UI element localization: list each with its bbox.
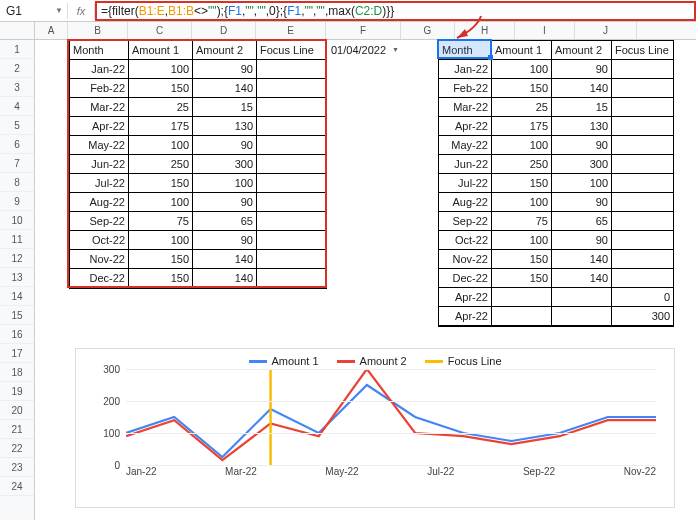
table-cell[interactable]: Apr-22 bbox=[439, 117, 492, 136]
row-header[interactable]: 11 bbox=[0, 230, 34, 249]
table-cell[interactable] bbox=[612, 231, 673, 250]
table-cell[interactable] bbox=[257, 269, 326, 288]
row-header[interactable]: 10 bbox=[0, 211, 34, 230]
table-cell[interactable]: Jul-22 bbox=[439, 174, 492, 193]
table-cell[interactable]: 150 bbox=[492, 79, 552, 98]
table-cell[interactable]: 100 bbox=[129, 60, 193, 79]
table-cell[interactable] bbox=[552, 307, 612, 326]
row-header[interactable]: 8 bbox=[0, 173, 34, 192]
col-header-e[interactable]: E bbox=[256, 22, 326, 39]
table-cell[interactable]: Oct-22 bbox=[70, 231, 129, 250]
table-cell[interactable]: 100 bbox=[492, 60, 552, 79]
table-cell[interactable] bbox=[257, 231, 326, 250]
table-cell[interactable]: Sep-22 bbox=[70, 212, 129, 231]
table-cell[interactable] bbox=[552, 288, 612, 307]
table-cell[interactable]: Mar-22 bbox=[70, 98, 129, 117]
table-cell[interactable]: 75 bbox=[492, 212, 552, 231]
table-cell[interactable]: 90 bbox=[552, 136, 612, 155]
col-header-c[interactable]: C bbox=[128, 22, 192, 39]
row-header[interactable]: 6 bbox=[0, 135, 34, 154]
table-cell[interactable]: Apr-22 bbox=[70, 117, 129, 136]
row-header[interactable]: 9 bbox=[0, 192, 34, 211]
table-cell[interactable]: 130 bbox=[193, 117, 257, 136]
fx-icon[interactable]: fx bbox=[67, 3, 95, 19]
row-header[interactable]: 19 bbox=[0, 382, 34, 401]
table-cell[interactable]: 140 bbox=[552, 250, 612, 269]
table-cell[interactable]: 100 bbox=[129, 136, 193, 155]
row-header[interactable]: 17 bbox=[0, 344, 34, 363]
row-header[interactable]: 20 bbox=[0, 401, 34, 420]
table-cell[interactable]: 75 bbox=[129, 212, 193, 231]
table-cell[interactable]: 130 bbox=[552, 117, 612, 136]
table-cell[interactable]: 250 bbox=[492, 155, 552, 174]
table-cell[interactable] bbox=[257, 136, 326, 155]
select-all-corner[interactable] bbox=[0, 22, 35, 39]
table-cell[interactable]: 15 bbox=[193, 98, 257, 117]
table-cell[interactable] bbox=[612, 117, 673, 136]
table-cell[interactable]: Jun-22 bbox=[70, 155, 129, 174]
table-cell[interactable] bbox=[612, 98, 673, 117]
table-cell[interactable] bbox=[612, 60, 673, 79]
table-cell[interactable]: Feb-22 bbox=[439, 79, 492, 98]
table-cell[interactable] bbox=[257, 250, 326, 269]
table-cell[interactable] bbox=[257, 117, 326, 136]
table-cell[interactable]: Jul-22 bbox=[70, 174, 129, 193]
row-header[interactable]: 2 bbox=[0, 59, 34, 78]
table-cell[interactable]: Jan-22 bbox=[70, 60, 129, 79]
row-header[interactable]: 12 bbox=[0, 249, 34, 268]
table-cell[interactable]: Apr-22 bbox=[439, 288, 492, 307]
table-cell[interactable]: 25 bbox=[129, 98, 193, 117]
table-cell[interactable]: 65 bbox=[552, 212, 612, 231]
table-cell[interactable] bbox=[257, 212, 326, 231]
table-cell[interactable]: 250 bbox=[129, 155, 193, 174]
table-cell[interactable]: 175 bbox=[129, 117, 193, 136]
table-cell[interactable] bbox=[612, 136, 673, 155]
table-cell[interactable]: May-22 bbox=[439, 136, 492, 155]
table-cell[interactable]: 150 bbox=[492, 250, 552, 269]
row-header[interactable]: 5 bbox=[0, 116, 34, 135]
table-cell[interactable]: Oct-22 bbox=[439, 231, 492, 250]
table-cell[interactable]: Aug-22 bbox=[70, 193, 129, 212]
table-cell[interactable]: 100 bbox=[492, 136, 552, 155]
table-cell[interactable]: 140 bbox=[193, 79, 257, 98]
table-cell[interactable]: 90 bbox=[193, 231, 257, 250]
row-header[interactable]: 24 bbox=[0, 477, 34, 496]
table-cell[interactable]: 300 bbox=[552, 155, 612, 174]
row-header[interactable]: 22 bbox=[0, 439, 34, 458]
table-cell[interactable]: 175 bbox=[492, 117, 552, 136]
table-cell[interactable]: 100 bbox=[492, 193, 552, 212]
table-cell[interactable]: 140 bbox=[193, 269, 257, 288]
row-header[interactable]: 15 bbox=[0, 306, 34, 325]
table-cell[interactable]: Dec-22 bbox=[70, 269, 129, 288]
table-cell[interactable] bbox=[612, 212, 673, 231]
table-cell[interactable]: 150 bbox=[129, 79, 193, 98]
table-cell[interactable] bbox=[257, 155, 326, 174]
table-cell[interactable]: 0 bbox=[612, 288, 673, 307]
row-header[interactable]: 13 bbox=[0, 268, 34, 287]
col-header-j[interactable]: J bbox=[575, 22, 637, 39]
table-cell[interactable]: 90 bbox=[552, 193, 612, 212]
table-cell[interactable]: 90 bbox=[552, 231, 612, 250]
table-cell[interactable] bbox=[612, 193, 673, 212]
table-cell[interactable]: Jan-22 bbox=[439, 60, 492, 79]
table-cell[interactable] bbox=[492, 288, 552, 307]
col-header-i[interactable]: I bbox=[515, 22, 575, 39]
row-header[interactable]: 14 bbox=[0, 287, 34, 306]
table-cell[interactable]: 150 bbox=[129, 174, 193, 193]
table-cell[interactable]: Dec-22 bbox=[439, 269, 492, 288]
table-cell[interactable]: 65 bbox=[193, 212, 257, 231]
table-cell[interactable]: 150 bbox=[129, 250, 193, 269]
col-header-d[interactable]: D bbox=[192, 22, 256, 39]
table-cell[interactable]: 90 bbox=[193, 193, 257, 212]
row-header[interactable]: 21 bbox=[0, 420, 34, 439]
table-cell[interactable]: 90 bbox=[193, 136, 257, 155]
table-cell[interactable]: Feb-22 bbox=[70, 79, 129, 98]
table-cell[interactable]: Jun-22 bbox=[439, 155, 492, 174]
date-cell-f1[interactable]: 01/04/2022 ▼ bbox=[328, 40, 402, 59]
row-header[interactable]: 16 bbox=[0, 325, 34, 344]
table-cell[interactable] bbox=[257, 193, 326, 212]
formula-input[interactable]: ={filter(B1:E,B1:B<>"");{F1,"","",0};{F1… bbox=[95, 1, 696, 21]
row-header[interactable]: 1 bbox=[0, 40, 34, 59]
table-cell[interactable] bbox=[257, 98, 326, 117]
table-cell[interactable]: Mar-22 bbox=[439, 98, 492, 117]
